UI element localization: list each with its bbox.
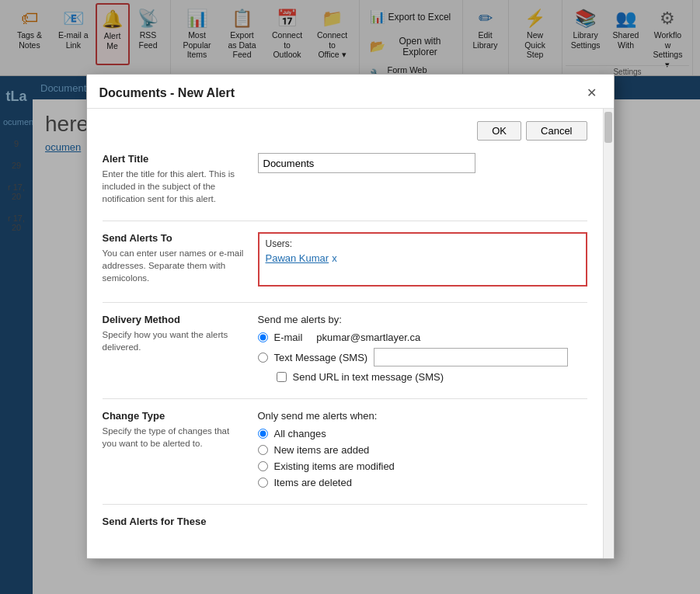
delivery-radio-group: E-mail pkumar@smartlayer.ca Text Message…	[258, 332, 587, 383]
modal-title: Documents - New Alert	[99, 86, 235, 100]
alert-title-input[interactable]	[258, 153, 475, 173]
modal-content: OK Cancel Alert Title Enter the title fo…	[87, 109, 603, 558]
ok-button[interactable]: OK	[477, 121, 521, 141]
email-radio[interactable]	[258, 332, 268, 342]
alert-title-control	[258, 153, 587, 205]
change-type-subtitle: Only send me alerts when:	[258, 410, 587, 422]
scrollbar-thumb[interactable]	[604, 112, 612, 143]
modal-close-button[interactable]: ✕	[582, 84, 601, 102]
sms-radio[interactable]	[258, 353, 268, 363]
new-alert-modal: Documents - New Alert ✕ OK Cancel Alert …	[86, 74, 615, 559]
users-label: Users:	[266, 238, 580, 249]
divider-1	[103, 221, 587, 221]
change-type-desc: Specify the type of changes that you wan…	[103, 425, 246, 450]
sms-input[interactable]	[374, 348, 568, 366]
email-address: pkumar@smartlayer.ca	[316, 332, 420, 343]
email-radio-label: E-mail	[274, 332, 303, 343]
change-type-radio-group: All changes New items are added Existing…	[258, 428, 587, 488]
url-sms-label: Send URL in text message (SMS)	[293, 371, 444, 383]
existing-items-radio[interactable]	[258, 461, 268, 471]
change-type-control: Only send me alerts when: All changes Ne…	[258, 410, 587, 488]
change-type-label: Change Type	[103, 410, 246, 422]
all-changes-radio[interactable]	[258, 429, 268, 439]
existing-items-label: Existing items are modified	[274, 460, 395, 472]
user-name[interactable]: Pawan Kumar	[266, 252, 329, 264]
items-deleted-label: Items are deleted	[274, 477, 352, 488]
send-alerts-these-label-col: Send Alerts for These	[103, 516, 258, 530]
divider-3	[103, 398, 587, 399]
all-changes-label: All changes	[274, 428, 326, 439]
new-items-label: New items are added	[274, 444, 370, 456]
send-alerts-these-section: Send Alerts for These	[103, 516, 587, 530]
all-changes-row: All changes	[258, 428, 587, 439]
delivery-control: Send me alerts by: E-mail pkumar@smartla…	[258, 314, 587, 383]
delivery-label: Delivery Method	[103, 314, 246, 325]
users-box[interactable]: Users: Pawan Kumar x	[258, 232, 587, 287]
modal-action-buttons: OK Cancel	[103, 121, 587, 141]
send-alerts-desc: You can enter user names or e-mail addre…	[103, 247, 246, 284]
send-alerts-label: Send Alerts To	[103, 232, 246, 244]
alert-title-label-col: Alert Title Enter the title for this ale…	[103, 153, 258, 205]
send-alerts-to-section: Send Alerts To You can enter user names …	[103, 232, 587, 287]
url-sms-checkbox[interactable]	[277, 372, 287, 382]
existing-items-row: Existing items are modified	[258, 460, 587, 472]
new-items-radio[interactable]	[258, 445, 268, 455]
email-option-row: E-mail pkumar@smartlayer.ca	[258, 332, 587, 343]
modal-scrollbar[interactable]	[603, 109, 614, 558]
cancel-button[interactable]: Cancel	[526, 121, 587, 141]
change-type-label-col: Change Type Specify the type of changes …	[103, 410, 258, 488]
send-alerts-label-col: Send Alerts To You can enter user names …	[103, 232, 258, 287]
send-alerts-these-control	[258, 516, 587, 530]
user-remove-button[interactable]: x	[332, 252, 337, 264]
items-deleted-radio[interactable]	[258, 478, 268, 488]
send-alerts-these-label: Send Alerts for These	[103, 516, 246, 527]
delivery-subtitle: Send me alerts by:	[258, 314, 587, 325]
divider-4	[103, 504, 587, 505]
alert-title-desc: Enter the title for this alert. This is …	[103, 168, 246, 205]
sms-option-row: Text Message (SMS)	[258, 348, 587, 366]
delivery-label-col: Delivery Method Specify how you want the…	[103, 314, 258, 383]
modal-header: Documents - New Alert ✕	[87, 75, 614, 109]
modal-overlay: Documents - New Alert ✕ OK Cancel Alert …	[0, 0, 700, 594]
sms-radio-label: Text Message (SMS)	[274, 352, 368, 363]
items-deleted-row: Items are deleted	[258, 477, 587, 488]
new-items-row: New items are added	[258, 444, 587, 456]
alert-title-section: Alert Title Enter the title for this ale…	[103, 153, 587, 205]
delivery-method-section: Delivery Method Specify how you want the…	[103, 314, 587, 383]
url-sms-row: Send URL in text message (SMS)	[277, 371, 587, 383]
alert-title-label: Alert Title	[103, 153, 246, 165]
delivery-desc: Specify how you want the alerts delivere…	[103, 328, 246, 353]
change-type-section: Change Type Specify the type of changes …	[103, 410, 587, 488]
divider-2	[103, 302, 587, 303]
user-tag: Pawan Kumar x	[266, 252, 337, 264]
send-alerts-control: Users: Pawan Kumar x	[258, 232, 587, 287]
